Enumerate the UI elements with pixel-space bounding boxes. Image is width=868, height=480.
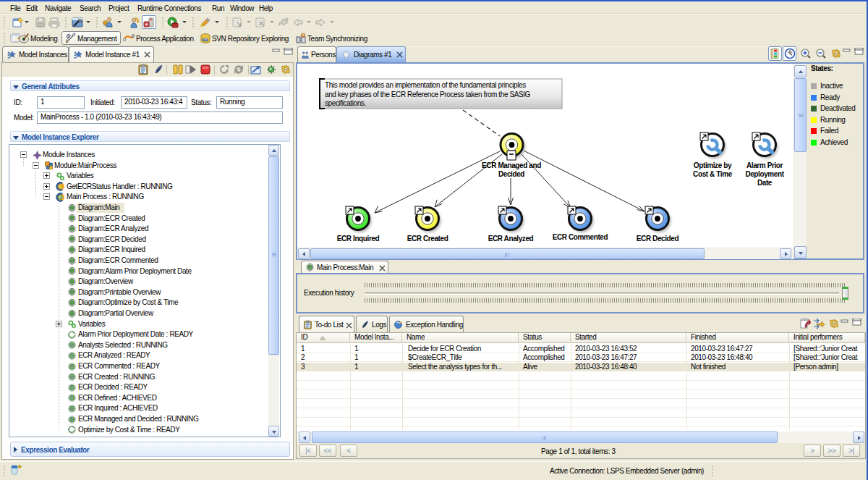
svg-text:ECR Managed and: ECR Managed and [482,161,541,169]
svg-text:Alarm Prior: Alarm Prior [746,161,783,169]
svg-text:Optimize by: Optimize by [694,161,732,169]
svg-text:SVN: SVN [203,38,208,41]
svg-text:ECR Commented: ECR Commented [553,233,608,241]
svg-text:This model provides an impleme: This model provides an implementation of… [325,81,526,89]
svg-text:ECR Inquired: ECR Inquired [337,235,380,243]
svg-text:Deployment: Deployment [745,170,784,178]
svg-text:Decided: Decided [498,170,524,178]
svg-text:specifications.: specifications. [325,99,366,107]
svg-text:Cost & Time: Cost & Time [693,170,733,178]
svg-text:ECR Analyzed: ECR Analyzed [488,235,534,243]
svg-text:ECR Created: ECR Created [407,235,448,243]
svg-text:and key phases of the ECR Refe: and key phases of the ECR Reference Proc… [325,90,531,98]
svg-text:Date: Date [757,179,773,187]
svg-text:ECR Decided: ECR Decided [637,235,679,243]
